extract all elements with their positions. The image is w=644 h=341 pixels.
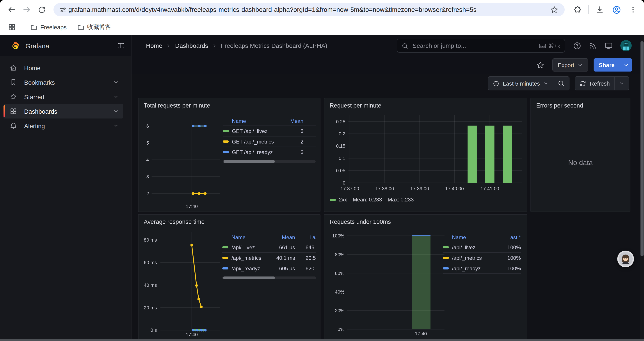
legend-series-name[interactable]: /api/_metrics <box>232 255 261 261</box>
series-color-pill[interactable] <box>223 151 229 153</box>
panel-title[interactable]: Requests under 100ms <box>330 219 391 225</box>
legend-column-header[interactable]: Name <box>223 118 282 124</box>
series-color-pill[interactable] <box>222 267 228 269</box>
url-text[interactable]: grafana.mathmast.com/d/deytv4rwavabkb/fr… <box>68 6 548 13</box>
forward-icon[interactable] <box>19 2 34 17</box>
bookmark-folder-freeleaps[interactable]: Freeleaps <box>27 22 70 33</box>
bookmarks-bar: Freeleaps 收藏博客 <box>0 19 644 36</box>
legend-column-header[interactable]: Mean <box>270 234 295 240</box>
legend-series-name[interactable]: GET /api/_livez <box>232 128 268 134</box>
series-color-pill[interactable] <box>222 257 228 259</box>
legend-column-header[interactable]: Last * <box>497 234 521 240</box>
chevron-down-icon[interactable] <box>113 123 119 129</box>
series-color-pill[interactable] <box>223 140 229 143</box>
bookmark-icon <box>10 79 18 86</box>
panel-title[interactable]: Total requests per minute <box>144 102 210 109</box>
legend-series-name[interactable]: /api/_readyz <box>452 265 481 271</box>
search-shortcut: ⌘+k <box>539 42 560 49</box>
legend-scrollbar[interactable] <box>223 160 316 163</box>
legend-series-name[interactable]: /api/_metrics <box>452 255 482 261</box>
chevron-down-icon[interactable] <box>113 80 119 85</box>
news-rss-icon[interactable] <box>589 42 597 50</box>
sidebar-item-alerting[interactable]: Alerting <box>4 119 123 133</box>
series-color-pill[interactable] <box>443 267 449 269</box>
horizontal-scrollbar[interactable] <box>0 339 644 341</box>
bookmark-star-icon[interactable] <box>548 4 560 16</box>
breadcrumb-home[interactable]: Home <box>146 42 162 49</box>
browser-menu-icon[interactable] <box>626 2 640 17</box>
series-color-pill[interactable] <box>222 246 228 248</box>
export-button[interactable]: Export <box>552 58 588 72</box>
series-color-pill[interactable] <box>223 130 229 132</box>
scrollbar-thumb[interactable] <box>640 41 644 256</box>
legend-series-name[interactable]: 2xx <box>339 197 347 203</box>
share-menu-chevron-icon[interactable] <box>620 58 632 72</box>
bookmark-folder-label: 收藏博客 <box>87 23 111 31</box>
favorite-star-icon[interactable] <box>536 61 545 69</box>
sidebar-item-bookmarks[interactable]: Bookmarks <box>4 75 123 90</box>
panel-title[interactable]: Request per minute <box>330 102 382 109</box>
svg-text:0.15: 0.15 <box>336 143 346 149</box>
back-icon[interactable] <box>4 2 19 17</box>
refresh-sync-icon <box>580 80 586 87</box>
help-icon[interactable] <box>573 42 581 50</box>
series-color-pill[interactable] <box>443 257 449 259</box>
legend-header: NameMean <box>223 117 316 126</box>
folder-icon <box>30 24 38 31</box>
dock-sidebar-icon[interactable] <box>117 42 125 50</box>
panel-title[interactable]: Errors per second <box>536 102 583 109</box>
legend-scrollbar[interactable] <box>222 276 316 279</box>
bookmark-folder-blogs[interactable]: 收藏博客 <box>74 22 114 33</box>
extensions-icon[interactable] <box>570 2 585 17</box>
legend-series-name[interactable]: /api/_livez <box>232 244 255 250</box>
series-color-pill[interactable] <box>443 246 449 248</box>
active-indicator <box>4 105 5 117</box>
page-scrollbar[interactable] <box>640 35 644 341</box>
legend-column-header[interactable]: Mean <box>282 118 303 124</box>
keyboard-icon <box>539 42 546 49</box>
svg-text:4: 4 <box>146 157 149 163</box>
assistant-avatar[interactable] <box>617 251 634 267</box>
legend-series-name[interactable]: GET /api/_metrics <box>232 138 274 145</box>
refresh-button[interactable]: Refresh <box>575 76 615 90</box>
profile-icon[interactable] <box>609 2 624 17</box>
svg-text:0.25: 0.25 <box>336 119 346 124</box>
legend-series-name[interactable]: /api/_readyz <box>232 265 260 271</box>
time-range-picker[interactable]: Last 5 minutes <box>488 76 554 90</box>
share-button[interactable]: Share <box>594 58 632 72</box>
user-avatar[interactable] <box>620 40 632 51</box>
downloads-icon[interactable] <box>592 2 607 17</box>
legend-column-header[interactable]: Last * <box>295 234 316 240</box>
legend-stat-mean: Mean: 0.233 <box>353 197 382 203</box>
breadcrumb-dashboards[interactable]: Dashboards <box>175 42 208 49</box>
legend-series-name[interactable]: /api/_livez <box>452 244 476 250</box>
grafana-logo[interactable] <box>10 41 20 51</box>
chevron-down-icon[interactable] <box>113 94 119 100</box>
legend-value: 2 <box>282 138 303 145</box>
sidebar-item-dashboards[interactable]: Dashboards <box>4 104 123 119</box>
grafana-brand[interactable]: Grafana <box>26 42 117 49</box>
chevron-down-icon <box>544 81 549 86</box>
url-bar[interactable]: grafana.mathmast.com/d/deytv4rwavabkb/fr… <box>54 3 565 16</box>
search-box[interactable]: ⌘+k <box>397 39 565 53</box>
sidebar-item-home[interactable]: Home <box>4 61 123 75</box>
apps-grid-icon[interactable] <box>4 20 19 35</box>
legend-column-header[interactable]: Name <box>443 234 497 240</box>
search-input[interactable] <box>412 42 539 50</box>
legend-series-name[interactable]: GET /api/_readyz <box>232 149 273 155</box>
reload-icon[interactable] <box>34 2 49 17</box>
chevron-down-icon[interactable] <box>113 108 119 114</box>
refresh-interval-dropdown[interactable] <box>614 76 629 90</box>
zoom-out-time-button[interactable] <box>553 76 570 90</box>
svg-text:0 s: 0 s <box>150 327 157 333</box>
legend-row: /api/_livez100% <box>443 242 521 252</box>
svg-text:60 ms: 60 ms <box>144 260 157 265</box>
legend-column-header[interactable]: Name <box>222 234 270 240</box>
monitor-kiosk-icon[interactable] <box>604 42 613 50</box>
legend-value: 605 µs <box>270 265 295 271</box>
legend-header: NameLast * <box>443 233 521 242</box>
site-settings-icon[interactable] <box>57 4 68 15</box>
panel-title[interactable]: Average response time <box>144 219 204 225</box>
svg-text:17:40: 17:40 <box>415 331 427 336</box>
sidebar-item-starred[interactable]: Starred <box>4 90 123 104</box>
